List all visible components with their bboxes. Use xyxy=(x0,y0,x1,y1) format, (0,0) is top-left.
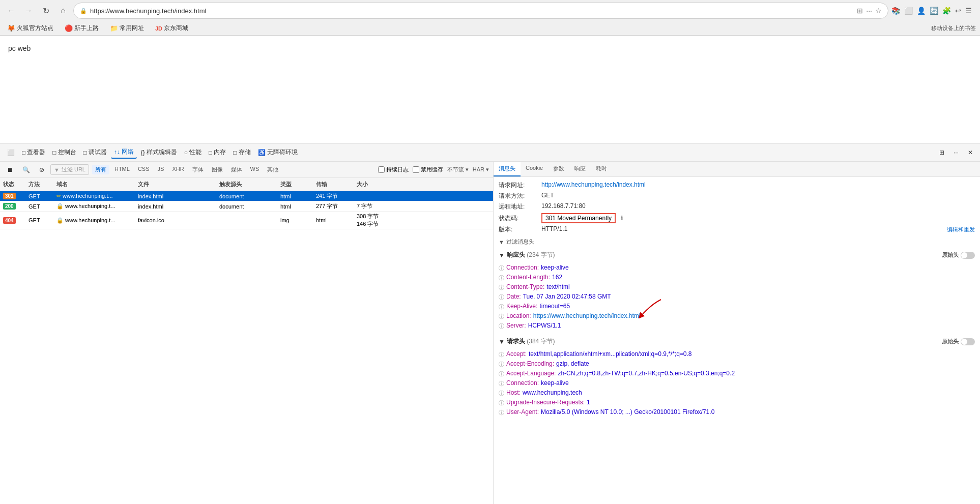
reader-icon[interactable]: ⊞ xyxy=(857,7,863,15)
dt-debugger-btn[interactable]: □ 调试器 xyxy=(80,146,110,158)
header-domain: 域名 xyxy=(53,180,135,189)
filter-js[interactable]: JS xyxy=(155,165,167,174)
filter-all[interactable]: 所有 xyxy=(92,165,109,174)
info-circle-icon: ⓘ xyxy=(499,399,504,407)
tab-response[interactable]: 响应 xyxy=(569,162,591,176)
filter-image[interactable]: 图像 xyxy=(209,165,226,174)
filter-xhr[interactable]: XHR xyxy=(169,165,187,174)
tab-headers[interactable]: 消息头 xyxy=(494,162,521,176)
rh-value: HCPWS/1.1 xyxy=(528,322,561,329)
search-requests-btn[interactable]: 🔍 xyxy=(19,165,33,175)
sync-icon[interactable]: 🔄 xyxy=(930,7,938,15)
style-icon: {} xyxy=(141,149,145,156)
clear-requests-btn[interactable]: ⏹ xyxy=(4,165,16,175)
raw-req-headers-toggle[interactable] xyxy=(961,338,975,345)
account-icon[interactable]: 👤 xyxy=(917,7,926,15)
request-method-label: 请求方法: xyxy=(499,192,539,200)
more-icon[interactable]: ··· xyxy=(866,7,872,15)
info-circle-icon: ⓘ xyxy=(499,274,504,282)
row-method: GET xyxy=(25,192,53,200)
remote-addr-label: 远程地址: xyxy=(499,202,539,211)
dt-style-btn[interactable]: {} 样式编辑器 xyxy=(138,146,180,158)
edit-resend-btn[interactable]: 编辑和重发 xyxy=(947,226,975,233)
network-list-panel: ⏹ 🔍 ⊘ ▼ 过滤 URL 所有 HTML CSS JS XHR 字体 图像 … xyxy=(0,162,494,504)
row-trigger: document xyxy=(216,202,277,211)
rh-value-location[interactable]: https://www.hechunping.tech/index.html xyxy=(533,312,641,319)
info-circle-icon: ⓘ xyxy=(499,303,504,311)
dt-close-btn[interactable]: ✕ xyxy=(965,147,976,158)
dt-expand-btn[interactable]: ⊞ xyxy=(936,147,947,158)
dt-console-label: 控制台 xyxy=(58,148,76,157)
dt-console-btn[interactable]: □ 控制台 xyxy=(49,146,79,158)
filter-css[interactable]: CSS xyxy=(135,165,153,174)
tab-cookies[interactable]: Cookie xyxy=(521,162,548,176)
undo-icon[interactable]: ↩ xyxy=(955,7,961,15)
filter-ws[interactable]: WS xyxy=(247,165,263,174)
dt-accessibility-btn[interactable]: ♿ 无障碍环境 xyxy=(255,146,301,158)
url-filter-input[interactable]: ▼ 过滤 URL xyxy=(50,164,89,175)
dt-perf-btn[interactable]: ○ 性能 xyxy=(181,146,205,158)
extension-icon[interactable]: 🧩 xyxy=(942,7,951,15)
status-help-icon[interactable]: ℹ xyxy=(621,215,623,222)
library-icon[interactable]: 📚 xyxy=(891,7,900,15)
menu-icon[interactable]: ☰ xyxy=(965,7,972,15)
bookmark-jd[interactable]: JD 京东商城 xyxy=(152,23,191,34)
rh-value: zh-CN,zh;q=0.8,zh-TW;q=0.7,zh-HK;q=0.5,e… xyxy=(558,370,735,377)
dt-network-btn[interactable]: ↑↓ 网络 xyxy=(111,146,137,159)
tab-icon[interactable]: ⬜ xyxy=(904,7,913,15)
raw-req-headers-label[interactable]: 原始头 xyxy=(942,338,959,345)
raw-headers-label[interactable]: 原始头 xyxy=(942,251,959,259)
back-button[interactable]: ← xyxy=(4,4,18,18)
row-status: 404 xyxy=(0,216,25,225)
rh-location: ⓘ Location: https://www.hechunping.tech/… xyxy=(499,312,975,320)
inspect-icon: ⬜ xyxy=(7,149,15,156)
dt-viewer-label: 查看器 xyxy=(27,148,45,157)
no-throttle-label[interactable]: 不节流 ▾ xyxy=(447,166,469,173)
bookmark-star-icon[interactable]: ☆ xyxy=(875,7,882,15)
newbie-icon: 🔴 xyxy=(65,24,73,32)
dt-more-btn[interactable]: ··· xyxy=(950,147,962,158)
tab-timing[interactable]: 耗时 xyxy=(591,162,612,176)
bookmark-newbie[interactable]: 🔴 新手上路 xyxy=(62,23,102,34)
bookmark-jd-label: 京东商城 xyxy=(164,24,188,33)
perf-icon: ○ xyxy=(184,149,188,156)
filter-html[interactable]: HTML xyxy=(111,165,133,174)
filter-other[interactable]: 其他 xyxy=(264,165,281,174)
domain-edit-icon: ✏ xyxy=(56,193,61,199)
dt-storage-btn[interactable]: □ 存储 xyxy=(230,146,253,158)
har-label[interactable]: HAR ▾ xyxy=(473,166,489,173)
tab-params[interactable]: 参数 xyxy=(548,162,569,176)
filter-media[interactable]: 媒体 xyxy=(228,165,245,174)
filter-font[interactable]: 字体 xyxy=(189,165,207,174)
dt-inspect-btn[interactable]: ⬜ xyxy=(4,147,18,158)
address-bar[interactable]: 🔒 https://www.hechunping.tech/index.html… xyxy=(73,3,888,19)
row-file: favicon.ico xyxy=(135,216,216,224)
refresh-button[interactable]: ↻ xyxy=(39,4,53,18)
rh-value: 1 xyxy=(587,399,590,406)
home-button[interactable]: ⌂ xyxy=(56,4,70,18)
rh-value: gzip, deflate xyxy=(556,360,589,367)
response-headers-title[interactable]: ▼ 响应头 (234 字节) 原始头 xyxy=(499,248,975,262)
filter-requests-btn[interactable]: ⊘ xyxy=(36,165,47,175)
row-domain: ✏ www.hechunping.t... xyxy=(53,192,135,200)
reqh-host: ⓘ Host: www.hechunping.tech xyxy=(499,389,975,397)
request-headers-title[interactable]: ▼ 请求头 (384 字节) 原始头 xyxy=(499,334,975,349)
table-row[interactable]: 301 GET ✏ www.hechunping.t... index.html… xyxy=(0,191,493,201)
dt-network-label: 网络 xyxy=(122,147,134,156)
bookmark-common[interactable]: 📁 常用网址 xyxy=(107,23,147,34)
persist-log-checkbox[interactable] xyxy=(378,166,385,173)
disable-cache-checkbox[interactable] xyxy=(413,166,419,173)
persist-log-label[interactable]: 持续日志 xyxy=(378,166,409,173)
disable-cache-label[interactable]: 禁用缓存 xyxy=(413,166,443,173)
collapse-arrow-icon: ▼ xyxy=(499,338,505,345)
table-row[interactable]: 404 GET 🔒 www.hechunping.t... favicon.ic… xyxy=(0,212,493,229)
bookmark-firefox[interactable]: 🦊 火狐官方站点 xyxy=(4,23,56,34)
table-row[interactable]: 200 GET 🔒 www.hechunping.t... index.html… xyxy=(0,201,493,212)
forward-button[interactable]: → xyxy=(21,4,36,18)
dt-memory-btn[interactable]: □ 内存 xyxy=(206,146,229,158)
raw-headers-toggle[interactable] xyxy=(961,252,975,259)
rh-key: Content-Length: xyxy=(506,274,550,281)
mobile-bookmarks[interactable]: 移动设备上的书签 xyxy=(931,24,976,32)
dt-viewer-btn[interactable]: □ 查看器 xyxy=(19,146,48,158)
request-url-value[interactable]: http://www.hechunping.tech/index.html xyxy=(541,181,646,190)
